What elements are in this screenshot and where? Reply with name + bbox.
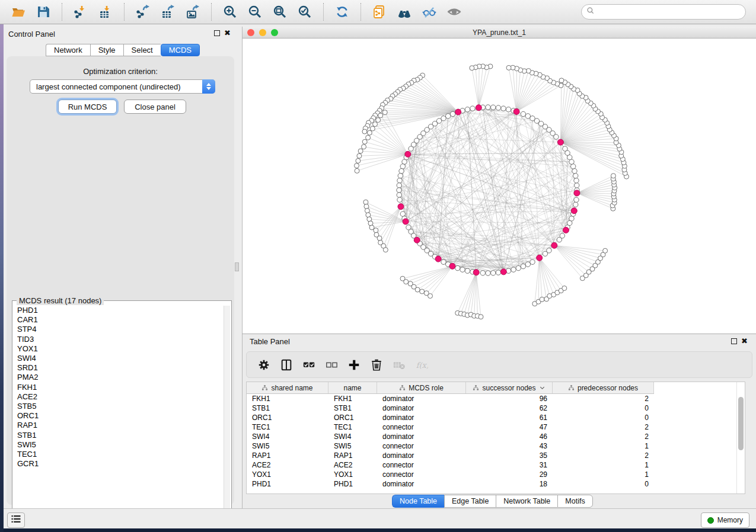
columns-icon[interactable] bbox=[279, 357, 294, 373]
table-cell[interactable]: 43 bbox=[466, 441, 553, 451]
mcds-result-item[interactable]: SRD1 bbox=[14, 363, 222, 373]
table-cell[interactable]: 35 bbox=[466, 451, 553, 460]
settings-gear-icon[interactable] bbox=[256, 357, 272, 373]
split-divider-handle[interactable] bbox=[235, 262, 239, 271]
table-cell[interactable]: SWI4 bbox=[328, 432, 377, 441]
table-cell[interactable]: dominator bbox=[377, 394, 466, 403]
table-cell[interactable]: 96 bbox=[466, 394, 553, 403]
eye-icon[interactable] bbox=[446, 4, 462, 20]
mcds-result-item[interactable]: STB1 bbox=[14, 431, 222, 440]
select-all-icon[interactable] bbox=[301, 357, 317, 373]
table-cell[interactable]: SWI5 bbox=[247, 441, 328, 451]
table-cell[interactable]: 2 bbox=[553, 451, 654, 460]
close-panel-button[interactable]: Close panel bbox=[124, 100, 186, 114]
zoom-selected-icon[interactable] bbox=[297, 4, 312, 20]
table-row[interactable]: ORC1ORC1dominator610 bbox=[247, 413, 745, 422]
table-cell[interactable]: dominator bbox=[377, 451, 466, 460]
table-cell[interactable]: connector bbox=[377, 422, 466, 432]
table-cell[interactable]: FKH1 bbox=[328, 394, 377, 403]
table-cell[interactable]: 29 bbox=[466, 470, 553, 479]
table-cell[interactable]: 2 bbox=[553, 422, 654, 432]
table-cell[interactable]: 46 bbox=[466, 432, 553, 441]
table-cell[interactable]: connector bbox=[377, 441, 466, 451]
search-input[interactable] bbox=[598, 7, 741, 17]
task-history-button[interactable] bbox=[7, 512, 25, 528]
table-row[interactable]: RAP1RAP1dominator352 bbox=[247, 451, 745, 460]
column-header-name[interactable]: name bbox=[328, 382, 377, 393]
mcds-result-item[interactable]: GCR1 bbox=[14, 459, 222, 469]
run-mcds-button[interactable]: Run MCDS bbox=[58, 100, 117, 114]
table-cell[interactable]: 18 bbox=[466, 479, 553, 489]
tab-edge-table[interactable]: Edge Table bbox=[444, 495, 496, 508]
export-image-icon[interactable] bbox=[185, 4, 200, 20]
table-cell[interactable]: TEC1 bbox=[247, 422, 328, 432]
table-cell[interactable]: 47 bbox=[466, 422, 553, 432]
share-document-icon[interactable] bbox=[372, 4, 387, 20]
table-cell[interactable]: 0 bbox=[553, 413, 654, 422]
network-graph[interactable] bbox=[243, 39, 756, 334]
close-panel-icon[interactable]: ✖ bbox=[224, 30, 231, 36]
table-cell[interactable]: PHD1 bbox=[247, 479, 328, 489]
mcds-result-item[interactable]: YOX1 bbox=[14, 344, 222, 354]
mcds-result-item[interactable]: RAP1 bbox=[14, 421, 222, 430]
table-cell[interactable]: STB1 bbox=[328, 403, 377, 413]
table-cell[interactable]: 1 bbox=[553, 470, 654, 479]
table-cell[interactable]: YOX1 bbox=[328, 470, 377, 479]
mcds-result-item[interactable]: PMA2 bbox=[14, 373, 222, 382]
zoom-fit-icon[interactable] bbox=[272, 4, 288, 20]
tab-style[interactable]: Style bbox=[90, 44, 123, 56]
tab-network[interactable]: Network bbox=[46, 44, 90, 56]
deselect-all-icon[interactable] bbox=[324, 357, 339, 373]
table-cell[interactable]: SWI4 bbox=[247, 432, 328, 441]
table-cell[interactable]: YOX1 bbox=[247, 470, 328, 479]
import-network-icon[interactable] bbox=[73, 4, 88, 20]
export-network-icon[interactable] bbox=[135, 4, 151, 20]
table-cell[interactable]: dominator bbox=[377, 413, 466, 422]
column-header-MCDS-role[interactable]: MCDS role bbox=[377, 382, 466, 393]
trash-icon[interactable] bbox=[369, 357, 384, 373]
table-cell[interactable]: dominator bbox=[377, 432, 466, 441]
table-row[interactable]: SWI4SWI4dominator462 bbox=[247, 432, 745, 441]
table-row[interactable]: STB1STB1dominator620 bbox=[247, 403, 745, 413]
close-table-panel-icon[interactable]: ✖ bbox=[741, 338, 748, 344]
table-cell[interactable]: dominator bbox=[377, 403, 466, 413]
mcds-result-item[interactable]: ACE2 bbox=[14, 392, 222, 402]
table-cell[interactable]: RAP1 bbox=[328, 451, 377, 460]
table-cell[interactable]: TEC1 bbox=[328, 422, 377, 432]
open-folder-icon[interactable] bbox=[11, 4, 26, 20]
zoom-out-icon[interactable] bbox=[247, 4, 263, 20]
column-header-successor-nodes[interactable]: successor nodes bbox=[466, 382, 553, 393]
tab-network-table[interactable]: Network Table bbox=[496, 495, 557, 508]
table-cell[interactable]: 2 bbox=[553, 432, 654, 441]
export-table-icon[interactable] bbox=[160, 4, 176, 20]
save-icon[interactable] bbox=[36, 4, 51, 20]
column-header-predecessor-nodes[interactable]: predecessor nodes bbox=[553, 382, 654, 393]
table-cell[interactable]: PHD1 bbox=[328, 479, 377, 489]
optimization-criterion-dropdown[interactable]: largest connected component (undirected) bbox=[30, 79, 215, 94]
tab-motifs[interactable]: Motifs bbox=[557, 495, 592, 508]
table-cell[interactable]: ORC1 bbox=[328, 413, 377, 422]
tab-mcds[interactable]: MCDS bbox=[161, 44, 200, 56]
mcds-result-item[interactable]: ORC1 bbox=[14, 411, 222, 421]
table-cell[interactable]: 0 bbox=[553, 479, 654, 489]
table-cell[interactable]: 1 bbox=[553, 441, 654, 451]
table-cell[interactable]: connector bbox=[377, 460, 466, 470]
mcds-result-item[interactable]: STP4 bbox=[14, 325, 222, 334]
table-scrollbar-thumb[interactable] bbox=[738, 397, 744, 450]
table-cell[interactable]: RAP1 bbox=[247, 451, 328, 460]
add-icon[interactable] bbox=[346, 357, 362, 373]
table-cell[interactable]: 0 bbox=[553, 403, 654, 413]
search-box[interactable] bbox=[581, 4, 746, 20]
mcds-result-scrollbar[interactable] bbox=[224, 306, 230, 518]
table-cell[interactable]: dominator bbox=[377, 479, 466, 489]
table-cell[interactable]: 61 bbox=[466, 413, 553, 422]
binoculars-icon[interactable] bbox=[397, 4, 412, 20]
table-cell[interactable]: ORC1 bbox=[247, 413, 328, 422]
memory-button[interactable]: Memory bbox=[701, 512, 749, 528]
network-window-titlebar[interactable]: YPA_prune.txt_1 bbox=[243, 27, 756, 39]
float-table-panel-icon[interactable] bbox=[731, 338, 737, 344]
table-row[interactable]: SWI5SWI5connector431 bbox=[247, 441, 745, 451]
table-cell[interactable]: 31 bbox=[466, 460, 553, 470]
mcds-result-item[interactable]: TEC1 bbox=[14, 450, 222, 459]
glasses-slash-icon[interactable] bbox=[422, 4, 437, 20]
